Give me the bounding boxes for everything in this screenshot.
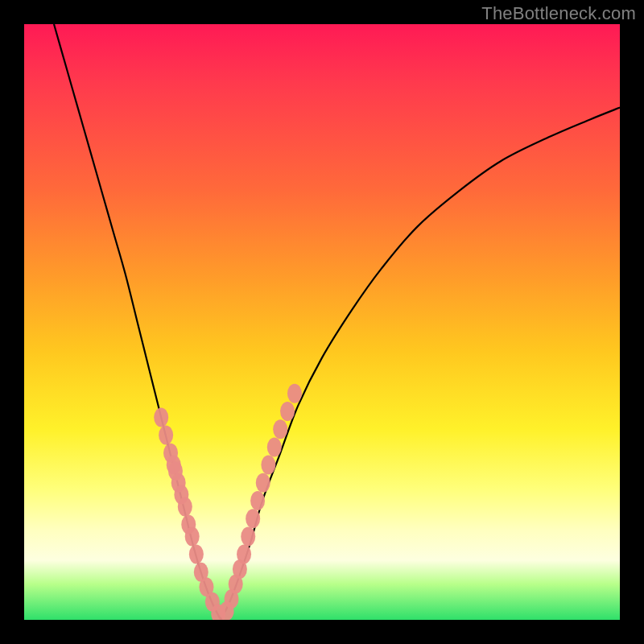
data-marker <box>267 437 282 456</box>
watermark-text: TheBottleneck.com <box>481 3 636 24</box>
data-marker <box>185 526 200 546</box>
data-marker <box>237 545 251 564</box>
plot-area <box>24 24 620 620</box>
data-marker <box>273 419 287 439</box>
marker-cluster-left <box>154 407 225 620</box>
data-marker <box>256 473 270 493</box>
data-marker <box>280 402 295 421</box>
data-marker <box>250 491 265 510</box>
data-marker <box>241 526 255 546</box>
data-marker <box>287 384 302 403</box>
data-marker <box>154 407 168 427</box>
data-marker <box>178 497 192 516</box>
chart-frame: TheBottleneck.com <box>0 0 644 644</box>
data-marker <box>189 545 204 564</box>
marker-cluster-right <box>220 384 302 620</box>
right-curve <box>221 108 620 620</box>
data-marker <box>261 456 275 475</box>
data-marker <box>159 426 173 445</box>
curve-layer <box>24 24 620 620</box>
data-marker <box>246 509 260 528</box>
